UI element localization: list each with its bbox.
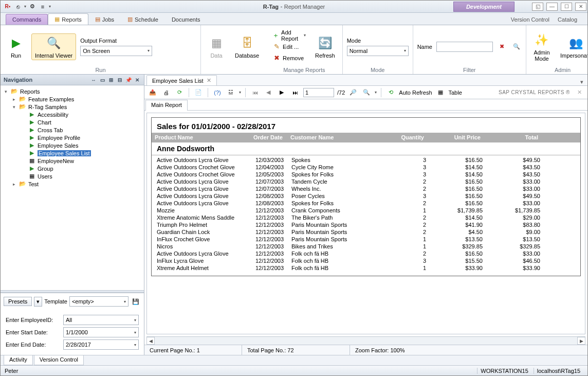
tree-node[interactable]: ▶Employee Sales List: [2, 149, 143, 157]
edit-report-button[interactable]: ✎Edit ...: [270, 41, 308, 52]
doc-tab-close-icon[interactable]: ✕: [207, 77, 211, 84]
group-manage-caption: Manage Reports: [270, 67, 338, 73]
param-dropdown[interactable]: 1/1/2000▾: [63, 327, 139, 337]
presets-dropdown-button[interactable]: ▾: [34, 297, 42, 307]
page-total-label: /72: [337, 89, 345, 96]
refresh-viewer-icon[interactable]: ⟳: [174, 87, 185, 98]
data-row: Active Outdoors Lycra Glove12/08/2003 Sp…: [152, 200, 580, 207]
tree-node[interactable]: ▸📂Feature Examples: [2, 95, 143, 103]
bottom-tab-version-control[interactable]: Version Control: [34, 355, 84, 365]
refresh-button[interactable]: 🔄Refresh: [312, 34, 338, 60]
close-button[interactable]: ✕: [575, 3, 586, 11]
tree-node[interactable]: ▾📂R-Tag Samples: [2, 103, 143, 111]
clear-filter-icon[interactable]: ✖: [497, 42, 507, 52]
auto-refresh-label[interactable]: Auto Refresh: [399, 89, 432, 96]
auto-refresh-icon[interactable]: ⟲: [385, 87, 396, 98]
param-dropdown[interactable]: 2/28/2017▾: [63, 339, 139, 350]
database-button[interactable]: 🗄Database: [232, 34, 262, 60]
minimize-button[interactable]: —: [546, 3, 558, 11]
nav-tree[interactable]: ▾📂Reports▸📂Feature Examples▾📂R-Tag Sampl…: [1, 85, 144, 290]
copy-icon[interactable]: 📄: [193, 87, 204, 98]
nav-tool-1-icon[interactable]: ↔: [90, 76, 97, 83]
tree-node[interactable]: ▶Employee Profile: [2, 134, 143, 141]
filter-name-input[interactable]: [436, 42, 493, 52]
data-row: Nicros12/12/2003 Bikes and Trikes1$329.8…: [152, 243, 580, 250]
tab-commands[interactable]: Commands: [6, 14, 48, 25]
remove-report-button[interactable]: ✖Remove: [270, 52, 308, 64]
tree-node[interactable]: ▶Cross Tab: [2, 126, 143, 134]
restore-button[interactable]: ◱: [532, 3, 543, 11]
ribbon: ▶Run 🔍Internal Viewer Output Format On S…: [1, 25, 587, 75]
tab-documents[interactable]: Documents: [165, 14, 207, 25]
tree-node[interactable]: ▦Users: [2, 172, 143, 180]
tree-node[interactable]: ▸📂Test: [2, 180, 143, 188]
tree-node[interactable]: ▶Employee Sales: [2, 141, 143, 149]
next-page-icon[interactable]: ▶: [277, 87, 287, 98]
group-tree-icon[interactable]: ☳: [226, 87, 236, 98]
scroll-right-icon[interactable]: ▶: [577, 337, 585, 345]
table-label[interactable]: Table: [449, 89, 462, 96]
nav-close-icon[interactable]: ✕: [134, 76, 141, 83]
impersonate-button[interactable]: 👥Impersonate: [557, 34, 588, 60]
internal-viewer-button[interactable]: 🔍Internal Viewer: [31, 33, 76, 60]
find-icon[interactable]: 🔎: [348, 87, 358, 98]
nav-tool-4-icon[interactable]: ⊟: [116, 76, 123, 83]
nav-title: Navigation: [4, 77, 32, 83]
scroll-left-icon[interactable]: ◀: [146, 337, 155, 345]
data-row: Active Outdoors Crochet Glove12/05/2003 …: [152, 171, 580, 178]
export-icon[interactable]: 📤: [148, 87, 158, 98]
nav-tool-3-icon[interactable]: ⊞: [107, 76, 115, 83]
nav-pin-icon[interactable]: 📌: [125, 76, 132, 83]
tree-node[interactable]: ▶Accessibility: [2, 111, 143, 118]
admin-mode-button[interactable]: ✨Admin Mode: [530, 31, 553, 63]
tab-version-control[interactable]: Version Control: [511, 16, 549, 23]
report-viewer[interactable]: Sales for 01/01/2000 - 02/28/2017 Produc…: [146, 113, 585, 334]
presets-button[interactable]: Presets: [4, 297, 32, 306]
params-icon[interactable]: (?): [212, 87, 223, 98]
horizontal-scrollbar[interactable]: ◀ ▶: [146, 336, 585, 345]
tab-catalog[interactable]: Catalog: [558, 16, 577, 23]
run-button[interactable]: ▶Run: [5, 34, 27, 60]
tab-schedule[interactable]: ▥Schedule: [121, 13, 165, 25]
qat-export-icon[interactable]: ⎋: [14, 3, 22, 11]
param-dropdown[interactable]: All▾: [63, 315, 139, 325]
maximize-button[interactable]: ☐: [561, 3, 572, 11]
bottom-tab-activity[interactable]: Activity: [4, 355, 33, 365]
template-dropdown[interactable]: <empty>▾: [69, 296, 128, 307]
tree-node[interactable]: ▦EmployeeNew: [2, 157, 143, 165]
tree-node[interactable]: ▾📂Reports: [2, 87, 143, 95]
output-format-dropdown[interactable]: On Screen▾: [80, 46, 152, 56]
tab-jobs[interactable]: ▤Jobs: [88, 13, 121, 25]
qat-settings-icon[interactable]: ⚙: [28, 3, 36, 11]
mode-dropdown[interactable]: Normal▾: [347, 46, 409, 56]
brand-close-icon[interactable]: ✕: [574, 87, 584, 98]
data-row: InFlux Lycra Glove12/12/2003 Folk och fä…: [152, 257, 580, 264]
doc-tab-employee-sales-list[interactable]: Employee Sales List ✕: [146, 75, 217, 85]
filter-search-icon[interactable]: 🔍: [511, 42, 522, 52]
group-filter-caption: Filter: [417, 67, 522, 73]
data-row: Xtreme Anatomic Mens Saddle12/12/2003 Th…: [152, 214, 580, 221]
last-page-icon[interactable]: ⏭: [290, 87, 300, 98]
data-row: Xtreme Adult Helmet12/12/2003 Folk och f…: [152, 264, 580, 272]
group-admin-caption: Admin: [530, 67, 588, 73]
nav-tool-2-icon[interactable]: ▭: [99, 76, 106, 83]
subtab-main-report[interactable]: Main Report: [145, 100, 188, 111]
tree-node[interactable]: ▶Group: [2, 165, 143, 172]
output-format-label: Output Format: [80, 38, 152, 44]
data-row: InFlux Crochet Glove12/12/2003 Paris Mou…: [152, 236, 580, 243]
prev-page-icon[interactable]: ◀: [263, 87, 273, 98]
table-icon[interactable]: ▦: [435, 87, 446, 98]
doc-tabs-menu-icon[interactable]: ▾: [576, 79, 587, 85]
page-number-input[interactable]: [303, 88, 334, 97]
column-headers: Product Name Order Date Customer Name Qu…: [152, 133, 580, 142]
zoom-icon[interactable]: 🔍: [361, 87, 372, 98]
add-report-button[interactable]: ＋Add Report▾: [270, 30, 308, 41]
crystal-brand-label: SAP CRYSTAL REPORTS ®: [499, 89, 570, 95]
print-icon[interactable]: 🖨: [161, 87, 171, 98]
save-template-icon[interactable]: 💾: [131, 296, 141, 307]
first-page-icon[interactable]: ⏮: [250, 87, 260, 98]
tree-node[interactable]: ▶Chart: [2, 118, 143, 126]
status-workstation: WORKSTATION15: [477, 368, 531, 374]
tab-reports[interactable]: ▦Reports: [48, 13, 88, 25]
qat-list-icon[interactable]: ≡: [39, 3, 47, 11]
